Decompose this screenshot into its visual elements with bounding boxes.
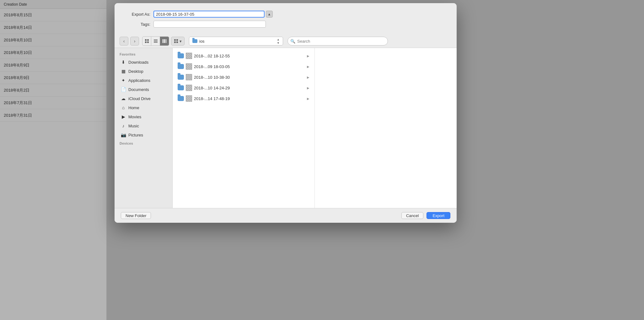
dialog-bottom: New Folder Cancel Export <box>115 208 457 223</box>
file-thumbnail <box>186 74 192 80</box>
save-dialog: Export As: ▲ Tags: ‹ › <box>115 3 457 223</box>
svg-rect-11 <box>176 39 178 41</box>
svg-rect-4 <box>154 40 158 40</box>
export-as-wrapper: ▲ <box>153 11 273 18</box>
location-arrows-icon: ▲ ▼ <box>277 38 280 45</box>
file-thumbnail <box>186 85 192 91</box>
expand-chevron-button[interactable]: ▲ <box>266 11 273 18</box>
svg-rect-7 <box>163 39 164 43</box>
svg-rect-0 <box>145 39 147 41</box>
disclosure-arrow-icon: ▶ <box>307 97 309 100</box>
gallery-view-icon <box>174 39 178 43</box>
list-view-icon <box>153 39 158 43</box>
content-area: Favorites ⬇Downloads▦Desktop✦Application… <box>115 48 457 208</box>
svg-rect-3 <box>147 41 149 43</box>
svg-rect-5 <box>154 41 158 41</box>
list-view-button[interactable] <box>151 37 160 45</box>
cancel-button[interactable]: Cancel <box>401 212 423 219</box>
file-list-column2 <box>314 48 457 208</box>
cover-flow-button[interactable]: ▾ <box>171 37 185 45</box>
sidebar-pictures-icon: 📷 <box>121 132 126 137</box>
file-thumbnail <box>186 53 192 59</box>
sidebar-downloads-label: Downloads <box>128 60 148 65</box>
file-thumbnail <box>186 63 192 70</box>
export-button[interactable]: Export <box>427 212 450 219</box>
file-name: 2018-...02 18-12-55 <box>194 54 305 58</box>
sidebar-music-icon: ♪ <box>121 123 126 128</box>
toolbar: ‹ › <box>115 35 457 48</box>
sidebar-icloud-icon: ☁ <box>121 96 126 101</box>
sidebar-item-documents[interactable]: 📄Documents <box>116 85 171 94</box>
sidebar: Favorites ⬇Downloads▦Desktop✦Application… <box>115 48 173 208</box>
location-label: ios <box>199 39 205 44</box>
location-selector[interactable]: ios ▲ ▼ <box>189 37 283 45</box>
svg-rect-13 <box>176 41 178 43</box>
sidebar-item-desktop[interactable]: ▦Desktop <box>116 67 171 76</box>
table-row[interactable]: 2018-...02 18-12-55▶ <box>175 51 312 61</box>
folder-icon <box>178 64 184 69</box>
devices-label: Devices <box>115 140 172 147</box>
search-input[interactable] <box>297 39 385 44</box>
folder-icon <box>178 53 184 58</box>
sidebar-icloud-label: iCloud Drive <box>128 96 151 101</box>
dialog-top: Export As: ▲ Tags: <box>115 3 457 35</box>
table-row[interactable]: 2018-...09 18-03-05▶ <box>175 61 312 72</box>
search-icon: 🔍 <box>290 39 295 44</box>
table-row[interactable]: 2018-...14 17-48-19▶ <box>175 93 312 104</box>
disclosure-arrow-icon: ▶ <box>307 65 309 68</box>
sidebar-item-home[interactable]: ⌂Home <box>116 103 171 112</box>
svg-rect-6 <box>154 42 158 43</box>
new-folder-button[interactable]: New Folder <box>121 212 151 219</box>
sidebar-movies-icon: ▶ <box>121 114 126 119</box>
tags-row: Tags: <box>122 21 449 28</box>
icon-view-icon <box>145 39 149 43</box>
sidebar-item-pictures[interactable]: 📷Pictures <box>116 131 171 139</box>
sidebar-item-downloads[interactable]: ⬇Downloads <box>116 58 171 67</box>
view-toggle-group <box>142 36 169 46</box>
favorites-label: Favorites <box>115 51 172 57</box>
disclosure-arrow-icon: ▶ <box>307 86 309 90</box>
svg-rect-1 <box>147 39 149 41</box>
sidebar-applications-label: Applications <box>128 78 150 83</box>
sidebar-pictures-label: Pictures <box>128 133 143 137</box>
file-name: 2018-...10 14-24-29 <box>194 86 305 90</box>
tags-label: Tags: <box>122 22 150 27</box>
sidebar-applications-icon: ✦ <box>121 78 126 83</box>
folder-icon <box>178 85 184 90</box>
table-row[interactable]: 2018-...10 14-24-29▶ <box>175 83 312 93</box>
sidebar-documents-label: Documents <box>128 87 149 92</box>
sidebar-downloads-icon: ⬇ <box>121 60 126 65</box>
tags-input[interactable] <box>153 21 266 28</box>
bottom-right-buttons: Cancel Export <box>401 212 450 219</box>
location-folder-icon <box>192 39 197 43</box>
file-name: 2018-...10 10-38-30 <box>194 75 305 80</box>
file-name: 2018-...09 18-03-05 <box>194 64 305 69</box>
column-view-button[interactable] <box>160 37 169 45</box>
icon-view-button[interactable] <box>142 37 151 45</box>
sidebar-documents-icon: 📄 <box>121 87 126 92</box>
sidebar-item-music[interactable]: ♪Music <box>116 121 171 130</box>
sidebar-item-movies[interactable]: ▶Movies <box>116 112 171 121</box>
sidebar-item-applications[interactable]: ✦Applications <box>116 76 171 85</box>
folder-icon <box>178 75 184 80</box>
sidebar-desktop-icon: ▦ <box>121 69 126 74</box>
sidebar-movies-label: Movies <box>128 115 141 119</box>
svg-rect-9 <box>166 39 166 43</box>
file-list-column1: 2018-...02 18-12-55▶2018-...09 18-03-05▶… <box>173 48 314 208</box>
sidebar-music-label: Music <box>128 124 139 128</box>
sidebar-desktop-label: Desktop <box>128 69 143 74</box>
back-button[interactable]: ‹ <box>120 37 128 45</box>
sidebar-home-icon: ⌂ <box>121 105 126 110</box>
svg-rect-8 <box>164 39 165 43</box>
sidebar-item-icloud[interactable]: ☁iCloud Drive <box>116 94 171 103</box>
folder-icon <box>178 96 184 101</box>
sidebar-home-label: Home <box>128 105 139 110</box>
gallery-arrow-icon: ▾ <box>180 39 182 44</box>
disclosure-arrow-icon: ▶ <box>307 54 309 58</box>
forward-button[interactable]: › <box>130 37 139 45</box>
svg-rect-10 <box>174 39 176 41</box>
export-as-label: Export As: <box>122 12 150 17</box>
table-row[interactable]: 2018-...10 10-38-30▶ <box>175 72 312 83</box>
export-as-input[interactable] <box>153 11 265 18</box>
file-rows: 2018-...02 18-12-55▶2018-...09 18-03-05▶… <box>175 51 312 104</box>
